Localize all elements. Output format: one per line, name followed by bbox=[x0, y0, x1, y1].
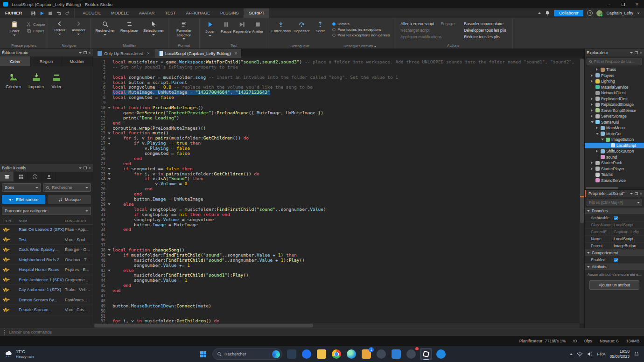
reload-script-button[interactable]: Recharger script bbox=[400, 28, 455, 33]
step-into-button[interactable]: Entrer dans bbox=[271, 19, 291, 33]
fold-arrow-icon[interactable] bbox=[105, 253, 112, 258]
tree-item-materialservice[interactable]: MaterialService bbox=[585, 84, 644, 90]
recent-tab[interactable] bbox=[28, 172, 42, 181]
break-unhandled-option[interactable]: Pour les exceptions non gérées bbox=[332, 33, 390, 37]
tree-item-mutegui[interactable]: MuteGui bbox=[585, 131, 644, 137]
tree-item-starterpack[interactable]: StarterPack bbox=[585, 160, 644, 166]
chevron-right-icon[interactable] bbox=[591, 97, 594, 100]
tree-item-startergui[interactable]: StarterGui bbox=[585, 119, 644, 125]
volume-icon[interactable] bbox=[587, 351, 593, 357]
tree-item-imagebutton[interactable]: ImageButton bbox=[585, 137, 644, 143]
generate-terrain-button[interactable]: Générer bbox=[6, 73, 21, 89]
chevron-right-icon[interactable] bbox=[591, 80, 594, 83]
goto-script-error-button[interactable]: Aller à erreur script bbox=[400, 21, 434, 26]
properties-filter[interactable] bbox=[587, 199, 642, 206]
sound-row[interactable]: City Ambience 1 (SFX)Trafic - Véh... bbox=[0, 285, 93, 295]
code-line[interactable]: 32 songtoplay.Volume = songvolume bbox=[93, 217, 584, 223]
break-all-exceptions-option[interactable]: Pour toutes les exceptions bbox=[332, 28, 390, 32]
file-explorer-taskbar-icon[interactable] bbox=[315, 348, 328, 360]
tree-item-mainmenu[interactable]: MainMenu bbox=[585, 125, 644, 131]
tree-item-soundservice[interactable]: SoundService bbox=[585, 178, 644, 184]
undo-icon[interactable] bbox=[56, 10, 62, 16]
properties-filter-input[interactable] bbox=[589, 200, 636, 205]
code-line[interactable]: 12 print("Done Loading") bbox=[93, 116, 584, 121]
property-section-attributs[interactable]: Attributs bbox=[585, 264, 644, 271]
fold-arrow-icon[interactable] bbox=[105, 105, 112, 111]
explorer-filter-input[interactable] bbox=[594, 59, 640, 64]
code-line[interactable]: 8local songmuted = false bbox=[93, 95, 584, 100]
code-line[interactable]: 34 end bbox=[93, 227, 584, 232]
browse-category-dropdown[interactable]: Parcourir par catégorie bbox=[2, 207, 91, 215]
taskbar-search[interactable]: Rechercher bbox=[212, 348, 282, 360]
tree-item-starterplayer[interactable]: StarterPlayer bbox=[585, 166, 644, 172]
terrain-tab-région[interactable]: Région bbox=[31, 56, 62, 66]
fold-arrow-icon[interactable] bbox=[105, 202, 112, 207]
tree-item-localscript[interactable]: LocalScript bbox=[585, 143, 644, 149]
command-bar-input[interactable] bbox=[9, 330, 158, 334]
panel-collapse-icon[interactable] bbox=[630, 52, 633, 54]
editor-horizontal-scrollbar[interactable] bbox=[93, 323, 580, 328]
weather-widget[interactable]: 17°C Heavy rain bbox=[0, 349, 38, 359]
debug-errors-label[interactable]: Déboguer erreurs bbox=[329, 44, 392, 48]
sound-effect-filter-chip[interactable]: Effet sonore bbox=[2, 195, 45, 204]
messenger-taskbar-icon[interactable] bbox=[301, 348, 313, 360]
commit-button[interactable]: Engager bbox=[441, 21, 455, 26]
menu-tab-avatar[interactable]: AVATAR bbox=[134, 8, 160, 18]
checkbox-enabled[interactable] bbox=[614, 258, 618, 262]
panel-collapse-icon[interactable] bbox=[630, 193, 633, 195]
fold-arrow-icon[interactable] bbox=[105, 268, 112, 273]
sound-row[interactable]: Female Scream...Voix - Cris... bbox=[0, 305, 93, 315]
step-over-button[interactable]: Dépasser bbox=[291, 19, 312, 33]
property-row-name[interactable]: NameLocalScript bbox=[585, 236, 644, 243]
copy-button[interactable]: Copier bbox=[27, 28, 45, 33]
explorer-horizontal-scrollbar[interactable] bbox=[585, 187, 644, 189]
scrollbar-thumb[interactable] bbox=[94, 324, 313, 327]
sound-row[interactable]: TestVoix - Souf... bbox=[0, 235, 93, 245]
tree-item-lighting[interactable]: Lighting bbox=[585, 78, 644, 84]
panel-close-icon[interactable]: × bbox=[640, 191, 642, 196]
discord-taskbar-icon[interactable] bbox=[375, 348, 387, 360]
stop-icon[interactable] bbox=[48, 11, 53, 16]
chevron-right-icon[interactable] bbox=[591, 74, 594, 77]
chevron-down-icon[interactable] bbox=[591, 121, 594, 123]
collaborate-button[interactable]: Collaborer bbox=[554, 10, 584, 16]
panel-float-icon[interactable] bbox=[84, 167, 87, 169]
chevron-down-icon[interactable] bbox=[596, 133, 599, 135]
code-line[interactable]: 19 songmuted = false bbox=[93, 151, 584, 156]
code-line[interactable]: 28 button.Image = UnMuteImage bbox=[93, 197, 584, 202]
panel-float-icon[interactable] bbox=[635, 51, 638, 54]
add-attribute-button[interactable]: Ajouter un attribut bbox=[589, 280, 639, 290]
toggle-comment-button[interactable]: Basculer commentaire bbox=[464, 21, 506, 26]
panel-float-icon[interactable] bbox=[84, 51, 87, 54]
code-line[interactable]: 36 bbox=[93, 237, 584, 243]
hidden-icons-chevron-icon[interactable] bbox=[570, 353, 573, 355]
break-never-option[interactable]: Jamais bbox=[332, 22, 390, 26]
paste-button[interactable]: Coller bbox=[2, 19, 27, 36]
user-menu-caret-icon[interactable] bbox=[637, 13, 640, 14]
code-line[interactable]: 45 end bbox=[93, 283, 584, 288]
start-button[interactable] bbox=[197, 348, 209, 360]
fold-arrow-icon[interactable] bbox=[105, 176, 112, 181]
clear-terrain-button[interactable]: Vider bbox=[52, 73, 62, 89]
select-button[interactable]: Sélectionner bbox=[141, 19, 166, 35]
chevron-right-icon[interactable] bbox=[596, 150, 599, 153]
tree-item-sound[interactable]: sound bbox=[585, 154, 644, 160]
mail-taskbar-icon[interactable] bbox=[286, 348, 298, 360]
chevron-right-icon[interactable] bbox=[591, 109, 594, 112]
pause-button[interactable]: Pause bbox=[218, 19, 234, 34]
editor-tab[interactable]: Only Up Remastered× bbox=[93, 49, 154, 58]
chevron-right-icon[interactable] bbox=[591, 103, 594, 106]
maximize-button[interactable] bbox=[616, 0, 630, 8]
help-icon[interactable]: ? bbox=[587, 10, 593, 16]
editor-tab[interactable]: LocalScript (Capitain_Lefty Editing)× bbox=[154, 49, 242, 58]
chevron-down-icon[interactable] bbox=[601, 139, 604, 140]
explorer-filter[interactable] bbox=[587, 58, 642, 65]
code-area[interactable]: 1local musicfolder = game.Workspace:Wait… bbox=[93, 58, 584, 323]
property-row-enabled[interactable]: Enabled bbox=[585, 257, 644, 264]
fold-arrow-icon[interactable] bbox=[105, 167, 112, 172]
code-line[interactable]: 50 bbox=[93, 309, 584, 314]
chrome-taskbar-icon[interactable] bbox=[330, 348, 343, 360]
marketplace-tab[interactable] bbox=[0, 172, 14, 181]
scrollbar-thumb[interactable] bbox=[586, 187, 618, 189]
scrollbar-thumb[interactable] bbox=[580, 59, 584, 223]
